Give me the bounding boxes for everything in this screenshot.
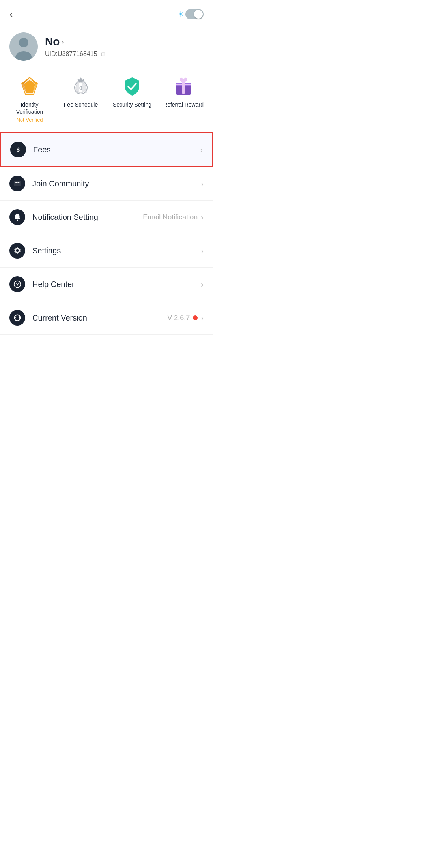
- menu-item-version-left: Current Version: [9, 310, 87, 326]
- avatar[interactable]: [9, 32, 38, 61]
- action-fee-schedule[interactable]: 0 Fee Schedule: [59, 74, 103, 123]
- help-center-label: Help Center: [32, 280, 75, 289]
- menu-item-settings[interactable]: Settings ›: [0, 234, 213, 268]
- toggle-thumb: [194, 10, 203, 19]
- sun-icon: ☀: [178, 10, 184, 19]
- gear-icon-circle: [9, 243, 25, 259]
- referral-reward-label: Referral Reward: [163, 101, 204, 108]
- svg-point-22: [17, 220, 18, 221]
- back-button[interactable]: ‹: [9, 8, 13, 21]
- top-bar: ‹ ☀: [0, 0, 213, 24]
- profile-section: No › UID:U3877168415 ⧉: [0, 24, 213, 70]
- profile-uid: UID:U3877168415 ⧉: [45, 51, 105, 58]
- fee-schedule-label: Fee Schedule: [64, 101, 98, 108]
- svg-marker-28: [15, 317, 16, 319]
- menu-item-notification-left: Notification Setting: [9, 209, 98, 225]
- identity-verification-label: IdentityVerification: [16, 101, 43, 115]
- svg-marker-27: [19, 317, 21, 319]
- svg-point-24: [16, 249, 19, 252]
- fees-chevron-icon: ›: [200, 145, 203, 154]
- chat-icon: [13, 179, 22, 188]
- security-setting-icon-wrap: [120, 74, 144, 98]
- identity-verification-icon-wrap: [18, 74, 41, 98]
- copy-icon[interactable]: ⧉: [101, 51, 105, 58]
- gift-icon: [173, 76, 194, 96]
- shield-icon: [122, 76, 142, 96]
- theme-toggle[interactable]: ☀: [178, 9, 204, 19]
- security-setting-label: Security Setting: [113, 101, 151, 108]
- menu-item-join-community[interactable]: Join Community ›: [0, 167, 213, 201]
- notification-setting-label: Notification Setting: [32, 213, 98, 222]
- version-value: V 2.6.7: [167, 314, 190, 322]
- refresh-icon: [13, 313, 22, 322]
- menu-item-settings-left: Settings: [9, 243, 61, 259]
- gear-icon: [13, 246, 22, 255]
- menu-item-fees-left: $ Fees: [10, 142, 50, 157]
- menu-item-community-right: ›: [201, 179, 204, 188]
- svg-text:?: ?: [16, 282, 19, 287]
- toggle-track[interactable]: [185, 9, 204, 19]
- quick-actions: IdentityVerification Not Verified 0 Fee …: [0, 70, 213, 132]
- action-identity-verification[interactable]: IdentityVerification Not Verified: [8, 74, 51, 123]
- version-update-dot: [193, 315, 198, 320]
- dollar-icon: $: [13, 145, 23, 154]
- menu-list: $ Fees › Join Community: [0, 132, 213, 335]
- svg-marker-9: [77, 77, 84, 81]
- help-icon-circle: ?: [9, 276, 25, 292]
- svg-text:0: 0: [79, 85, 82, 91]
- menu-item-help-right: ›: [201, 280, 204, 289]
- profile-name[interactable]: No ›: [45, 36, 105, 48]
- menu-item-notification-right: Email Notification ›: [143, 213, 204, 222]
- menu-item-version-right: V 2.6.7 ›: [167, 313, 204, 322]
- diamond-icon: [19, 76, 40, 96]
- menu-item-current-version[interactable]: Current Version V 2.6.7 ›: [0, 301, 213, 335]
- menu-item-fees[interactable]: $ Fees ›: [0, 132, 213, 167]
- chat-icon-circle: [9, 176, 25, 191]
- medal-icon: 0: [71, 76, 91, 96]
- menu-item-fees-right: ›: [200, 145, 203, 154]
- action-referral-reward[interactable]: Referral Reward: [162, 74, 205, 123]
- settings-label: Settings: [32, 246, 61, 255]
- svg-rect-17: [176, 84, 191, 85]
- dollar-icon-circle: $: [10, 142, 26, 157]
- menu-item-help-left: ? Help Center: [9, 276, 75, 292]
- menu-item-notification-setting[interactable]: Notification Setting Email Notification …: [0, 201, 213, 234]
- menu-item-help-center[interactable]: ? Help Center ›: [0, 268, 213, 301]
- refresh-icon-circle: [9, 310, 25, 326]
- menu-item-community-left: Join Community: [9, 176, 89, 191]
- menu-item-settings-right: ›: [201, 246, 204, 255]
- svg-text:$: $: [17, 146, 20, 153]
- svg-rect-21: [14, 181, 21, 186]
- join-community-label: Join Community: [32, 179, 89, 188]
- action-security-setting[interactable]: Security Setting: [110, 74, 154, 123]
- fee-schedule-icon-wrap: 0: [69, 74, 93, 98]
- name-text: No: [45, 36, 60, 48]
- profile-info: No › UID:U3877168415 ⧉: [45, 36, 105, 58]
- notification-chevron-icon: ›: [201, 213, 204, 222]
- referral-reward-icon-wrap: [172, 74, 195, 98]
- help-icon: ?: [13, 280, 22, 289]
- bell-icon-circle: [9, 209, 25, 225]
- profile-chevron-icon: ›: [61, 38, 64, 46]
- notification-setting-value: Email Notification: [143, 213, 198, 221]
- fees-label: Fees: [33, 145, 50, 154]
- bell-icon: [13, 213, 22, 221]
- uid-text: UID:U3877168415: [45, 51, 97, 58]
- svg-point-1: [19, 38, 28, 47]
- current-version-label: Current Version: [32, 313, 87, 322]
- help-chevron-icon: ›: [201, 280, 204, 289]
- community-chevron-icon: ›: [201, 179, 204, 188]
- settings-chevron-icon: ›: [201, 246, 204, 255]
- identity-verification-status: Not Verified: [16, 117, 43, 123]
- version-chevron-icon: ›: [201, 313, 204, 322]
